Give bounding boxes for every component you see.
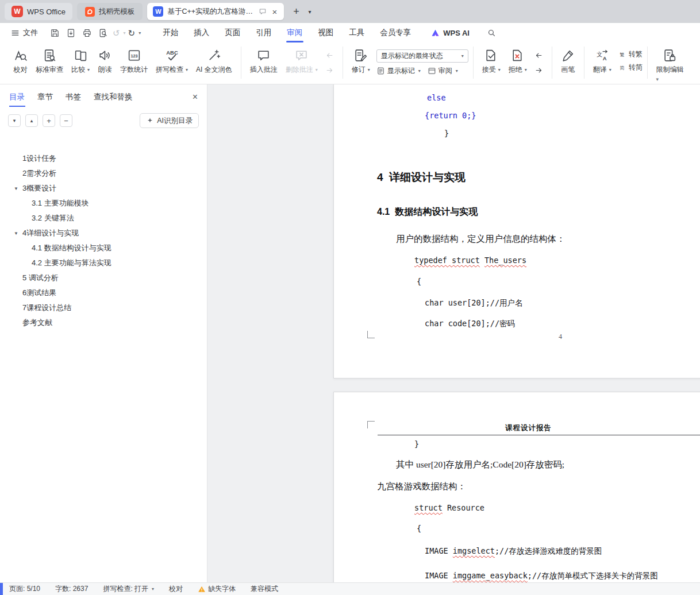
file-menu-label: 文件 [23,28,38,38]
save-button[interactable] [47,26,62,40]
outline-item[interactable]: ▼3概要设计 [0,181,207,196]
read-aloud-button[interactable]: 朗读 [94,45,116,81]
word-count-button[interactable]: 123 字数统计 [116,45,152,81]
caret-down-icon: ▾ [461,53,464,59]
document-canvas[interactable]: else {return 0;} } 4 详细设计与实现 4.1 数据结构设计与… [207,84,700,582]
reject-button[interactable]: 拒绝▾ [505,45,531,81]
ai-polish-button[interactable]: AI 全文润色 [192,45,236,81]
to-traditional-button[interactable]: 繁 转繁 [618,49,643,59]
document-tab[interactable]: W 基于C++实现的九宫格游戏的 × [147,3,284,20]
proofread-button[interactable]: 校对 [9,45,32,81]
outline-toolbar: ▾ ▴ + − AI识别目录 [0,110,207,128]
restrict-editing-icon [663,48,677,63]
menu-member[interactable]: 会员专享 [380,23,411,42]
search-button[interactable] [484,26,499,40]
wps-ai-button[interactable]: WPS AI [430,28,470,38]
redo-button[interactable]: ↻ [127,29,137,37]
status-bar: 页面: 5/10 字数: 2637 拼写检查: 打开 ▾ 校对 缺失字体 兼容模… [0,582,700,595]
collapse-arrow-icon[interactable]: ▼ [14,231,22,236]
close-tab-icon[interactable]: × [271,7,278,17]
outline-item[interactable]: 6测试结果 [0,285,207,300]
new-tab-button[interactable]: + [289,4,303,19]
ink-button[interactable]: 画笔 [557,45,579,81]
collapse-arrow-icon[interactable]: ▼ [14,186,22,191]
outline-item-label: 4详细设计与实现 [22,228,79,238]
print-preview-icon [98,28,108,38]
outline-item[interactable]: 5 调试分析 [0,271,207,285]
file-menu-button[interactable]: 文件 [7,25,41,40]
tab-list-caret-icon[interactable]: ▾ [308,9,311,15]
accept-button[interactable]: 接受▾ [478,45,505,81]
proofread-status[interactable]: 校对 [169,584,183,594]
print-preview-button[interactable] [95,26,110,40]
zoom-out-outline-button[interactable]: − [60,114,72,127]
wps-office-menu[interactable]: W WPS Office [5,3,72,20]
menu-home[interactable]: 开始 [163,23,178,42]
collapse-all-button[interactable]: ▴ [25,114,38,127]
outline-item[interactable]: ▼4详细设计与实现 [0,226,207,241]
svg-text:123: 123 [130,53,137,59]
menu-page[interactable]: 页面 [225,23,240,42]
outline-item[interactable]: 4.2 主要功能与算法实现 [0,256,207,271]
tab-contents[interactable]: 目录 [9,84,25,110]
tab-bookmarks[interactable]: 书签 [66,84,81,110]
compare-button[interactable]: 比较▾ [67,45,94,81]
standard-review-button[interactable]: 标准审查 [32,45,67,81]
tab-chapters[interactable]: 章节 [37,84,53,110]
outline-item[interactable]: 7课程设计总结 [0,300,207,315]
close-sidebar-icon[interactable]: × [193,92,198,102]
print-button[interactable] [79,26,94,40]
next-comment-button[interactable] [323,65,337,76]
compatibility-mode[interactable]: 兼容模式 [251,584,278,594]
comment-bubble-icon[interactable] [259,7,267,16]
show-markup-button[interactable]: 显示标记 ▾ [376,66,421,76]
previous-change-button[interactable] [532,51,546,61]
code-line: } [414,439,419,449]
outline-item[interactable]: 2需求分析 [0,166,207,181]
expand-all-button[interactable]: ▾ [8,114,21,127]
ai-recognize-toc-button[interactable]: AI识别目录 [140,113,199,128]
menu-references[interactable]: 引用 [256,23,271,42]
menu-view[interactable]: 视图 [318,23,333,42]
comments-group: 插入批注 删除批注▾ [246,45,338,81]
outline-item[interactable]: 4.1 数据结构设计与实现 [0,241,207,256]
tab-find-replace[interactable]: 查找和替换 [94,84,133,110]
ribbon-separator [647,47,648,79]
next-change-button[interactable] [532,65,546,76]
word-count-status[interactable]: 字数: 2637 [55,584,88,594]
outline-item[interactable]: 参考文献 [0,315,207,330]
page-indicator[interactable]: 页面: 5/10 [9,584,40,594]
document-page-5[interactable]: 课程设计报告 } 其中 user[20]存放用户名;Code[20]存放密码; … [333,392,700,582]
menu-tools[interactable]: 工具 [349,23,364,42]
outline-item[interactable]: 1设计任务 [0,151,207,166]
delete-comment-button[interactable]: 删除批注▾ [282,45,322,81]
spellcheck-status[interactable]: 拼写检查: 打开 ▾ [103,584,154,594]
markup-state-select[interactable]: 显示标记的最终状态 ▾ [376,49,468,63]
previous-comment-button[interactable] [323,51,337,61]
track-changes-button[interactable]: 修订▾ [348,45,374,81]
undo-button[interactable]: ↺ [111,29,121,37]
menu-review[interactable]: 审阅 [287,23,302,42]
save-icon [50,28,60,38]
to-simplified-button[interactable]: 简 转简 [618,63,643,72]
undo-caret-icon[interactable]: ▾ [124,30,126,36]
restrict-editing-button[interactable]: 限制编辑 [652,45,688,81]
wps-window: W WPS Office 找稻壳模板 W 基于C++实现的九宫格游戏的 × + … [0,0,700,595]
collapse-ribbon-icon[interactable]: ▾ [656,76,659,82]
insert-comment-button[interactable]: 插入批注 [246,45,282,81]
docer-template-tab[interactable]: 找稻壳模板 [77,3,143,20]
word-count-icon: 123 [127,48,141,63]
menu-insert[interactable]: 插入 [194,23,209,42]
redo-caret-icon[interactable]: ▾ [139,30,141,36]
reviewing-pane-button[interactable]: 审阅 ▾ [428,66,458,76]
translate-button[interactable]: 文A 翻译▾ [589,45,616,81]
document-page-4[interactable]: else {return 0;} } 4 详细设计与实现 4.1 数据结构设计与… [333,84,700,378]
missing-font-warning[interactable]: 缺失字体 [198,584,236,594]
outline-item[interactable]: 3.1 主要功能模块 [0,196,207,211]
outline-item[interactable]: 3.2 关键算法 [0,211,207,226]
zoom-in-outline-button[interactable]: + [43,114,55,127]
export-button[interactable] [63,26,78,40]
next-comment-icon [325,66,334,76]
spell-check-button[interactable]: ABC 拼写检查▾ [152,45,192,81]
document-tab-title: 基于C++实现的九宫格游戏的 [167,7,255,17]
